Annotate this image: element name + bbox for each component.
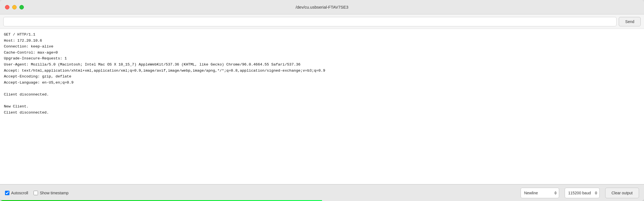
titlebar: /dev/cu.usbserial-FTAV7SE3 <box>0 0 644 14</box>
send-button[interactable]: Send <box>619 17 641 26</box>
show-timestamp-group: Show timestamp <box>34 191 68 195</box>
close-button[interactable] <box>5 5 9 9</box>
clear-output-button[interactable]: Clear output <box>605 188 639 198</box>
main-window: /dev/cu.usbserial-FTAV7SE3 Send GET / HT… <box>0 0 644 201</box>
baud-select[interactable]: 300 baud 1200 baud 2400 baud 4800 baud 9… <box>565 188 600 198</box>
autoscroll-checkbox[interactable] <box>5 191 9 195</box>
serial-input[interactable] <box>3 17 617 26</box>
input-bar: Send <box>0 14 644 29</box>
baud-select-wrapper: 300 baud 1200 baud 2400 baud 4800 baud 9… <box>565 188 600 198</box>
output-area[interactable]: GET / HTTP/1.1 Host: 172.20.10.6 Connect… <box>0 29 644 184</box>
newline-select-wrapper: Newline No line ending Carriage return B… <box>521 188 559 198</box>
window-title: /dev/cu.usbserial-FTAV7SE3 <box>296 5 348 9</box>
autoscroll-group: Autoscroll <box>5 191 28 195</box>
output-text: GET / HTTP/1.1 Host: 172.20.10.6 Connect… <box>4 32 640 115</box>
minimize-button[interactable] <box>12 5 17 9</box>
show-timestamp-label[interactable]: Show timestamp <box>40 191 68 195</box>
bottom-bar: Autoscroll Show timestamp Newline No lin… <box>0 184 644 201</box>
newline-select[interactable]: Newline No line ending Carriage return B… <box>521 188 559 198</box>
maximize-button[interactable] <box>19 5 24 9</box>
traffic-lights <box>5 5 24 9</box>
autoscroll-label[interactable]: Autoscroll <box>11 191 28 195</box>
show-timestamp-checkbox[interactable] <box>34 191 38 195</box>
